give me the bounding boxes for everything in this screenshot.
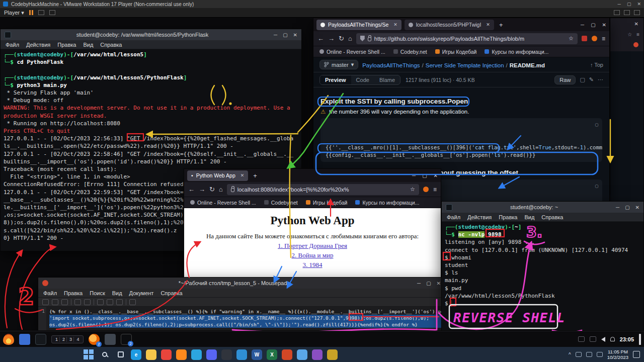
close-icon[interactable]: ✕ xyxy=(635,205,639,210)
terminal-titlebar[interactable]: student@codeby: ~ ─ ▢ ✕ xyxy=(442,202,643,213)
show-desktop-button[interactable] xyxy=(639,334,641,345)
menu-item-файл[interactable]: Файл xyxy=(447,214,460,220)
menu-item-действия[interactable]: Действия xyxy=(467,214,492,220)
taskbar-app-13-icon[interactable] xyxy=(312,349,323,360)
menu-item-правка[interactable]: Правка xyxy=(499,214,517,220)
vmware-close-button[interactable]: ✕ xyxy=(637,2,641,7)
url-bar[interactable]: https://github.com/swisskyrepo/PayloadsA… xyxy=(356,33,578,44)
bookmark-item[interactable]: Online - Reverse Shell ... xyxy=(319,49,385,55)
breadcrumb-link[interactable]: Server Side Template Injection xyxy=(426,62,504,68)
copy-icon[interactable] xyxy=(107,299,113,305)
minimize-icon[interactable]: ─ xyxy=(417,281,421,286)
menu-item-файл[interactable]: Файл xyxy=(43,290,57,296)
taskbar-file-explorer-icon[interactable] xyxy=(146,349,156,360)
adblock-extension-icon[interactable] xyxy=(582,36,587,41)
book-link[interactable]: 1. Портрет Дориана Грея xyxy=(184,242,441,250)
book-link[interactable]: 3. 1984 xyxy=(184,261,441,269)
taskbar-app-6-icon[interactable] xyxy=(206,349,217,360)
clock[interactable]: 23:05 xyxy=(620,336,634,342)
back-icon[interactable]: ← xyxy=(317,35,324,42)
mousepad-titlebar[interactable]: *~/Рабочий стол/tmp_lesson_5 - Mousepad … xyxy=(38,278,445,289)
bookmark-star-icon[interactable]: ☆ xyxy=(569,35,574,42)
terminal-launcher-icon[interactable] xyxy=(35,334,46,345)
hamburger-menu-icon[interactable]: ≡ xyxy=(433,186,437,193)
menu-item-вид[interactable]: Вид xyxy=(524,214,534,220)
minimize-icon[interactable]: ─ xyxy=(274,32,277,38)
workspace-1[interactable]: 1 xyxy=(54,337,60,342)
view-tab-blame[interactable]: Blame xyxy=(374,75,400,84)
menu-item-справка[interactable]: Справка xyxy=(100,42,122,48)
bookmark-item[interactable]: Online - Reverse Shell ... xyxy=(190,200,256,206)
firefox-account-icon[interactable] xyxy=(592,36,597,41)
new-tab-button[interactable]: + xyxy=(497,21,505,29)
menu-item-вид[interactable]: Вид xyxy=(112,290,122,296)
strip-star-icon[interactable]: ☆ xyxy=(627,32,632,37)
paste-icon[interactable] xyxy=(116,299,123,305)
bookmark-item[interactable]: Codeby.net xyxy=(393,49,427,55)
app-launcher-icon[interactable] xyxy=(19,334,30,345)
hamburger-menu-icon[interactable]: ≡ xyxy=(602,35,605,42)
menu-item-поиск[interactable]: Поиск xyxy=(90,290,105,296)
menu-item-справка[interactable]: Справка xyxy=(541,214,563,220)
firefox-task-icon[interactable]: 2 xyxy=(89,334,100,345)
vmware-minimize-button[interactable]: ─ xyxy=(618,2,621,7)
reload-icon[interactable]: ↻ xyxy=(339,35,344,42)
screenshot-tray-icon[interactable] xyxy=(578,336,585,342)
files-task-icon[interactable] xyxy=(105,334,116,345)
copy-file-icon[interactable]: ▢ xyxy=(580,76,585,83)
firefox-account-icon[interactable] xyxy=(423,187,429,192)
menu-item-файл[interactable]: Файл xyxy=(6,42,19,48)
undo-icon[interactable] xyxy=(74,299,81,305)
tray-volume-icon[interactable] xyxy=(586,352,592,357)
taskbar-clock[interactable]: 11:05 PM 10/2/2023 xyxy=(607,349,628,360)
window-maximize-icon[interactable]: ▢ xyxy=(422,173,427,178)
window-minimize-icon[interactable]: ─ xyxy=(581,22,584,28)
taskbar-app-8-icon[interactable] xyxy=(236,349,247,360)
home-icon[interactable]: ⌂ xyxy=(219,186,223,193)
copy-code-icon[interactable]: ▢ xyxy=(595,182,598,190)
raw-button[interactable]: Raw xyxy=(554,75,576,84)
bookmark-item[interactable]: Codeby.net xyxy=(264,200,298,206)
close-icon[interactable]: ✕ xyxy=(437,281,441,286)
menu-item-правка[interactable]: Правка xyxy=(57,42,76,48)
new-file-icon[interactable] xyxy=(42,299,49,305)
new-tab-button[interactable]: + xyxy=(251,172,259,179)
view-tab-preview[interactable]: Preview xyxy=(320,75,351,84)
tray-network-icon[interactable] xyxy=(576,352,582,357)
maximize-icon[interactable]: ▢ xyxy=(625,205,629,210)
tab-python-web-app[interactable]: • Python Web App ✕ xyxy=(187,170,248,181)
redo-icon[interactable] xyxy=(84,299,91,305)
breadcrumb-link[interactable]: PayloadsAllTheThings xyxy=(362,62,420,68)
more-options-icon[interactable]: ⋯ xyxy=(598,76,603,83)
menu-item-действия[interactable]: Действия xyxy=(26,42,50,48)
task-view-button[interactable] xyxy=(115,348,127,360)
notification-center-icon[interactable] xyxy=(633,351,640,358)
taskbar-app-12-icon[interactable] xyxy=(297,349,307,360)
window-close-icon[interactable]: ✕ xyxy=(434,173,438,178)
tray-expand-icon[interactable]: ^ xyxy=(569,352,571,357)
tab-payloadsallthethings[interactable]: PayloadsAllTheThings/Se ✕ xyxy=(316,20,401,30)
toolbar-tool-icon-3[interactable] xyxy=(634,10,640,15)
menu-item-правка[interactable]: Правка xyxy=(64,290,83,296)
bookmark-item[interactable]: Курсы по информаци... xyxy=(485,49,548,55)
forward-icon[interactable]: → xyxy=(199,186,205,193)
terminal-output[interactable]: ┌──(student@codeby)-[~]└─$ nc -nvlp 9898… xyxy=(442,222,643,330)
bookmark-item[interactable]: Курсы по информаци... xyxy=(355,200,419,206)
bookmark-star-icon[interactable]: ☆ xyxy=(410,186,415,193)
player-menu-button[interactable]: Player ▾ xyxy=(4,10,24,16)
taskbar-edge-icon[interactable]: e xyxy=(131,349,141,360)
window-maximize-icon[interactable]: ▢ xyxy=(591,22,595,28)
taskbar-chrome-icon[interactable] xyxy=(161,349,172,360)
suspend-vm-icon[interactable] xyxy=(29,10,33,15)
toolbar-tool-icon-1[interactable] xyxy=(614,10,620,15)
search-icon[interactable] xyxy=(129,299,136,305)
window-close-icon[interactable]: ✕ xyxy=(602,22,606,28)
forward-icon[interactable]: → xyxy=(328,35,335,42)
windows-start-button[interactable] xyxy=(83,348,95,360)
strip-close-icon[interactable]: ✕ xyxy=(634,21,638,27)
reload-icon[interactable]: ↻ xyxy=(209,186,215,193)
taskbar-word-icon[interactable]: W xyxy=(252,349,262,360)
taskbar-search-button[interactable] xyxy=(99,348,111,360)
open-file-icon[interactable] xyxy=(52,299,58,305)
terminal-titlebar[interactable]: student@codeby: /var/www/html/lesson5/Py… xyxy=(1,29,301,40)
